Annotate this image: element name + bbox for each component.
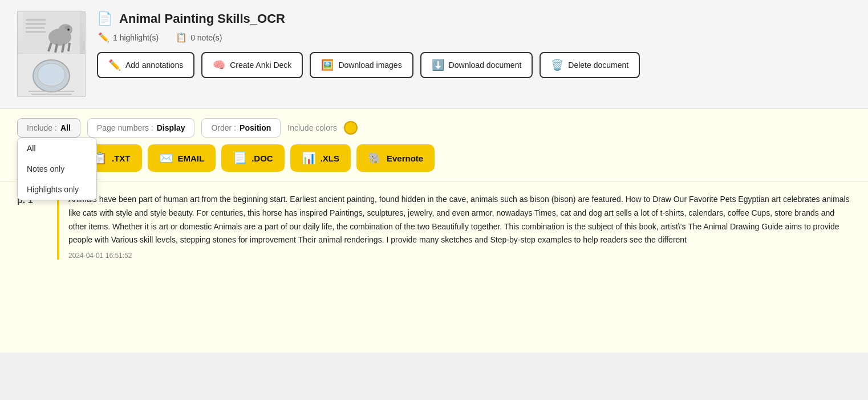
export-buttons-row: 📄 PDF 📋 .TXT ✉️ EMAIL 📃 .DOC 📊 .XLS 🐘 Ev… xyxy=(17,144,851,172)
dropdown-item-all[interactable]: All xyxy=(18,138,96,159)
highlights-count: 1 highlight(s) xyxy=(113,33,159,42)
include-value: All xyxy=(60,123,71,132)
notes-meta: 📋 0 note(s) xyxy=(176,32,222,43)
page-numbers-label: Page numbers : xyxy=(97,123,153,132)
export-doc-label: .DOC xyxy=(252,153,273,163)
export-doc-button[interactable]: 📃 .DOC xyxy=(221,144,285,172)
color-selector[interactable] xyxy=(344,121,358,135)
doc-export-icon: 📃 xyxy=(233,151,247,165)
svg-line-6 xyxy=(68,43,70,51)
highlight-icon: ✏️ xyxy=(98,32,109,43)
highlights-meta: ✏️ 1 highlight(s) xyxy=(98,32,159,43)
export-email-label: EMAIL xyxy=(178,153,205,163)
document-title: Animal Painting Skills_OCR xyxy=(119,11,285,26)
dropdown-item-highlights-only[interactable]: Highlights only xyxy=(18,179,96,200)
include-dropdown-wrapper[interactable]: Include : All All Notes only Highlights … xyxy=(17,118,80,138)
pdf-file-icon: 📄 xyxy=(97,11,112,26)
download-images-button[interactable]: 🖼️ Download images xyxy=(310,52,413,78)
add-annotations-button[interactable]: ✏️ Add annotations xyxy=(97,52,194,78)
export-txt-label: .TXT xyxy=(112,153,131,163)
annotation-content: Animals have been part of human art from… xyxy=(57,193,851,260)
delete-document-label: Delete document xyxy=(568,60,628,70)
page-numbers-filter-chip[interactable]: Page numbers : Display xyxy=(87,118,195,138)
annotation-date: 2024-04-01 16:51:52 xyxy=(68,252,851,260)
export-xls-label: .XLS xyxy=(321,153,339,163)
anki-icon: 🧠 xyxy=(213,59,225,71)
download-document-button[interactable]: ⬇️ Download document xyxy=(420,52,533,78)
svg-point-2 xyxy=(59,24,72,35)
annotation-entry: p. 1 Animals have been part of human art… xyxy=(17,193,851,260)
doc-thumbnail xyxy=(17,11,86,97)
evernote-export-icon: 🐘 xyxy=(368,151,382,165)
notes-icon: 📋 xyxy=(176,32,187,43)
doc-info: 📄 Animal Painting Skills_OCR ✏️ 1 highli… xyxy=(97,11,851,78)
delete-document-icon: 🗑️ xyxy=(551,59,563,71)
add-annotations-icon: ✏️ xyxy=(108,59,121,71)
include-colors-label: Include colors xyxy=(287,123,336,132)
export-email-button[interactable]: ✉️ EMAIL xyxy=(148,144,216,172)
filter-section: Include : All All Notes only Highlights … xyxy=(0,109,868,181)
page-numbers-value: Display xyxy=(157,123,185,132)
export-evernote-label: Evernote xyxy=(387,153,423,163)
export-xls-button[interactable]: 📊 .XLS xyxy=(290,144,351,172)
download-images-label: Download images xyxy=(338,60,401,70)
download-document-icon: ⬇️ xyxy=(432,59,444,71)
include-dropdown-menu: All Notes only Highlights only xyxy=(17,138,97,200)
download-document-label: Download document xyxy=(449,60,522,70)
download-images-icon: 🖼️ xyxy=(321,59,334,71)
page-label: p. 1 xyxy=(17,193,46,260)
action-buttons-bar: ✏️ Add annotations 🧠 Create Anki Deck 🖼️… xyxy=(97,52,851,78)
content-section: p. 1 Animals have been part of human art… xyxy=(0,181,868,353)
order-label: Order : xyxy=(211,123,236,132)
notes-count: 0 note(s) xyxy=(190,33,222,42)
create-anki-label: Create Anki Deck xyxy=(230,60,291,70)
add-annotations-label: Add annotations xyxy=(125,60,183,70)
xls-export-icon: 📊 xyxy=(302,151,316,165)
header-section: 📄 Animal Painting Skills_OCR ✏️ 1 highli… xyxy=(0,0,868,109)
annotation-text: Animals have been part of human art from… xyxy=(68,193,851,247)
svg-point-15 xyxy=(38,63,65,86)
export-evernote-button[interactable]: 🐘 Evernote xyxy=(356,144,435,172)
include-label: Include : xyxy=(27,123,57,132)
email-export-icon: ✉️ xyxy=(159,151,173,165)
create-anki-button[interactable]: 🧠 Create Anki Deck xyxy=(201,52,303,78)
delete-document-button[interactable]: 🗑️ Delete document xyxy=(540,52,640,78)
order-value: Position xyxy=(240,123,271,132)
include-filter-chip[interactable]: Include : All xyxy=(17,118,80,138)
order-filter-chip[interactable]: Order : Position xyxy=(201,118,281,138)
dropdown-item-notes-only[interactable]: Notes only xyxy=(18,159,96,179)
svg-point-8 xyxy=(67,29,70,31)
